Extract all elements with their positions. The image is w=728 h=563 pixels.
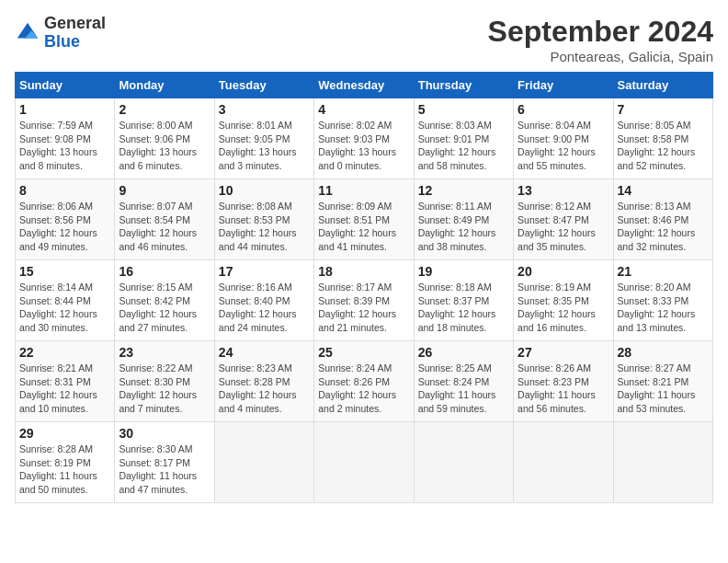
calendar-cell: 13Sunrise: 8:12 AMSunset: 8:47 PMDayligh… bbox=[514, 179, 613, 260]
header-saturday: Saturday bbox=[613, 73, 712, 98]
day-number: 4 bbox=[318, 102, 409, 117]
day-detail: Sunrise: 8:19 AMSunset: 8:35 PMDaylight:… bbox=[518, 281, 609, 335]
logo-icon bbox=[15, 20, 40, 46]
calendar-cell: 10Sunrise: 8:08 AMSunset: 8:53 PMDayligh… bbox=[214, 179, 313, 260]
calendar-cell: 9Sunrise: 8:07 AMSunset: 8:54 PMDaylight… bbox=[115, 179, 214, 260]
calendar-cell: 29Sunrise: 8:28 AMSunset: 8:19 PMDayligh… bbox=[16, 422, 115, 503]
calendar-cell: 24Sunrise: 8:23 AMSunset: 8:28 PMDayligh… bbox=[214, 341, 313, 422]
day-number: 25 bbox=[318, 345, 409, 360]
calendar-cell: 19Sunrise: 8:18 AMSunset: 8:37 PMDayligh… bbox=[414, 260, 513, 341]
day-number: 11 bbox=[318, 183, 409, 198]
day-number: 14 bbox=[618, 183, 709, 198]
day-detail: Sunrise: 8:16 AMSunset: 8:40 PMDaylight:… bbox=[219, 281, 310, 335]
day-number: 10 bbox=[219, 183, 310, 198]
header-sunday: Sunday bbox=[16, 73, 115, 98]
calendar-cell: 20Sunrise: 8:19 AMSunset: 8:35 PMDayligh… bbox=[514, 260, 613, 341]
logo-text: GeneralBlue bbox=[44, 15, 106, 52]
week-row-1: 1Sunrise: 7:59 AMSunset: 9:08 PMDaylight… bbox=[16, 98, 713, 179]
calendar-cell: 17Sunrise: 8:16 AMSunset: 8:40 PMDayligh… bbox=[214, 260, 313, 341]
day-number: 24 bbox=[219, 345, 310, 360]
calendar-cell: 5Sunrise: 8:03 AMSunset: 9:01 PMDaylight… bbox=[414, 98, 513, 179]
day-detail: Sunrise: 8:15 AMSunset: 8:42 PMDaylight:… bbox=[119, 281, 210, 335]
calendar-cell: 1Sunrise: 7:59 AMSunset: 9:08 PMDaylight… bbox=[16, 98, 115, 179]
week-row-4: 22Sunrise: 8:21 AMSunset: 8:31 PMDayligh… bbox=[16, 341, 713, 422]
calendar-cell bbox=[214, 422, 313, 503]
day-detail: Sunrise: 8:27 AMSunset: 8:21 PMDaylight:… bbox=[618, 362, 709, 416]
day-number: 20 bbox=[518, 264, 609, 279]
calendar-cell bbox=[314, 422, 414, 503]
day-number: 30 bbox=[119, 426, 210, 441]
day-number: 21 bbox=[618, 264, 709, 279]
page-title: September 2024 bbox=[488, 15, 713, 49]
day-detail: Sunrise: 8:23 AMSunset: 8:28 PMDaylight:… bbox=[219, 362, 310, 416]
calendar-cell: 28Sunrise: 8:27 AMSunset: 8:21 PMDayligh… bbox=[613, 341, 712, 422]
day-detail: Sunrise: 8:25 AMSunset: 8:24 PMDaylight:… bbox=[418, 362, 509, 416]
day-detail: Sunrise: 8:12 AMSunset: 8:47 PMDaylight:… bbox=[518, 200, 609, 254]
day-number: 13 bbox=[518, 183, 609, 198]
title-block: September 2024 Ponteareas, Galicia, Spai… bbox=[488, 15, 713, 64]
calendar-cell: 4Sunrise: 8:02 AMSunset: 9:03 PMDaylight… bbox=[314, 98, 414, 179]
week-row-2: 8Sunrise: 8:06 AMSunset: 8:56 PMDaylight… bbox=[16, 179, 713, 260]
day-number: 22 bbox=[19, 345, 110, 360]
calendar-cell: 3Sunrise: 8:01 AMSunset: 9:05 PMDaylight… bbox=[214, 98, 313, 179]
calendar-cell: 23Sunrise: 8:22 AMSunset: 8:30 PMDayligh… bbox=[115, 341, 214, 422]
calendar-cell: 22Sunrise: 8:21 AMSunset: 8:31 PMDayligh… bbox=[16, 341, 115, 422]
day-number: 1 bbox=[19, 102, 110, 117]
week-row-3: 15Sunrise: 8:14 AMSunset: 8:44 PMDayligh… bbox=[16, 260, 713, 341]
page-header: GeneralBlue September 2024 Ponteareas, G… bbox=[15, 15, 713, 64]
calendar-cell bbox=[514, 422, 613, 503]
day-number: 27 bbox=[518, 345, 609, 360]
day-number: 6 bbox=[518, 102, 609, 117]
day-detail: Sunrise: 8:07 AMSunset: 8:54 PMDaylight:… bbox=[119, 200, 210, 254]
calendar-cell: 27Sunrise: 8:26 AMSunset: 8:23 PMDayligh… bbox=[514, 341, 613, 422]
day-detail: Sunrise: 8:03 AMSunset: 9:01 PMDaylight:… bbox=[418, 119, 509, 173]
day-number: 17 bbox=[219, 264, 310, 279]
day-detail: Sunrise: 8:20 AMSunset: 8:33 PMDaylight:… bbox=[618, 281, 709, 335]
day-detail: Sunrise: 8:14 AMSunset: 8:44 PMDaylight:… bbox=[19, 281, 110, 335]
day-detail: Sunrise: 8:02 AMSunset: 9:03 PMDaylight:… bbox=[318, 119, 409, 173]
day-detail: Sunrise: 7:59 AMSunset: 9:08 PMDaylight:… bbox=[19, 119, 110, 173]
calendar-cell: 21Sunrise: 8:20 AMSunset: 8:33 PMDayligh… bbox=[613, 260, 712, 341]
calendar-cell: 11Sunrise: 8:09 AMSunset: 8:51 PMDayligh… bbox=[314, 179, 414, 260]
calendar-cell: 2Sunrise: 8:00 AMSunset: 9:06 PMDaylight… bbox=[115, 98, 214, 179]
calendar-cell: 30Sunrise: 8:30 AMSunset: 8:17 PMDayligh… bbox=[115, 422, 214, 503]
day-detail: Sunrise: 8:06 AMSunset: 8:56 PMDaylight:… bbox=[19, 200, 110, 254]
header-thursday: Thursday bbox=[414, 73, 513, 98]
week-row-5: 29Sunrise: 8:28 AMSunset: 8:19 PMDayligh… bbox=[16, 422, 713, 503]
header-monday: Monday bbox=[115, 73, 214, 98]
day-number: 12 bbox=[418, 183, 509, 198]
calendar-cell: 12Sunrise: 8:11 AMSunset: 8:49 PMDayligh… bbox=[414, 179, 513, 260]
day-number: 26 bbox=[418, 345, 509, 360]
header-friday: Friday bbox=[514, 73, 613, 98]
day-detail: Sunrise: 8:22 AMSunset: 8:30 PMDaylight:… bbox=[119, 362, 210, 416]
calendar-cell: 26Sunrise: 8:25 AMSunset: 8:24 PMDayligh… bbox=[414, 341, 513, 422]
calendar-table: SundayMondayTuesdayWednesdayThursdayFrid… bbox=[15, 72, 713, 503]
calendar-cell: 16Sunrise: 8:15 AMSunset: 8:42 PMDayligh… bbox=[115, 260, 214, 341]
day-number: 9 bbox=[119, 183, 210, 198]
day-number: 3 bbox=[219, 102, 310, 117]
day-detail: Sunrise: 8:26 AMSunset: 8:23 PMDaylight:… bbox=[518, 362, 609, 416]
day-detail: Sunrise: 8:09 AMSunset: 8:51 PMDaylight:… bbox=[318, 200, 409, 254]
day-detail: Sunrise: 8:11 AMSunset: 8:49 PMDaylight:… bbox=[418, 200, 509, 254]
day-number: 2 bbox=[119, 102, 210, 117]
day-detail: Sunrise: 8:04 AMSunset: 9:00 PMDaylight:… bbox=[518, 119, 609, 173]
calendar-cell: 25Sunrise: 8:24 AMSunset: 8:26 PMDayligh… bbox=[314, 341, 414, 422]
day-detail: Sunrise: 8:28 AMSunset: 8:19 PMDaylight:… bbox=[19, 442, 110, 497]
day-detail: Sunrise: 8:30 AMSunset: 8:17 PMDaylight:… bbox=[119, 442, 210, 497]
header-tuesday: Tuesday bbox=[214, 73, 313, 98]
calendar-cell: 8Sunrise: 8:06 AMSunset: 8:56 PMDaylight… bbox=[16, 179, 115, 260]
logo: GeneralBlue bbox=[15, 15, 106, 52]
day-detail: Sunrise: 8:00 AMSunset: 9:06 PMDaylight:… bbox=[119, 119, 210, 173]
day-number: 23 bbox=[119, 345, 210, 360]
day-number: 5 bbox=[418, 102, 509, 117]
header-wednesday: Wednesday bbox=[314, 73, 414, 98]
day-detail: Sunrise: 8:21 AMSunset: 8:31 PMDaylight:… bbox=[19, 362, 110, 416]
day-detail: Sunrise: 8:08 AMSunset: 8:53 PMDaylight:… bbox=[219, 200, 310, 254]
day-detail: Sunrise: 8:24 AMSunset: 8:26 PMDaylight:… bbox=[318, 362, 409, 416]
day-detail: Sunrise: 8:18 AMSunset: 8:37 PMDaylight:… bbox=[418, 281, 509, 335]
day-number: 18 bbox=[318, 264, 409, 279]
day-detail: Sunrise: 8:13 AMSunset: 8:46 PMDaylight:… bbox=[618, 200, 709, 254]
day-number: 8 bbox=[19, 183, 110, 198]
day-number: 28 bbox=[618, 345, 709, 360]
day-number: 29 bbox=[19, 426, 110, 441]
